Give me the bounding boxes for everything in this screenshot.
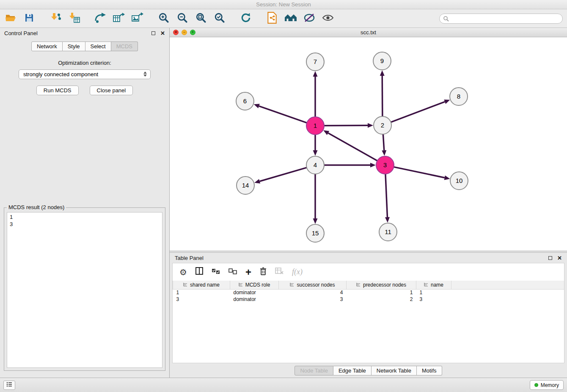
open-session-button[interactable]: [4, 12, 17, 25]
zoom-fit-button[interactable]: [195, 12, 207, 25]
graph-edge[interactable]: [254, 104, 307, 123]
network-canvas[interactable]: 7968124314101511: [170, 37, 567, 251]
column-header-mcds-role[interactable]: MCDS role: [230, 281, 279, 289]
cell-predecessor-nodes[interactable]: 2: [347, 296, 416, 303]
maximize-window-icon[interactable]: +: [190, 30, 195, 35]
cell-shared-name[interactable]: 3: [173, 296, 230, 303]
node-table: shared name MCDS role: [173, 281, 564, 303]
graph-node[interactable]: 7: [306, 53, 324, 71]
graph-edge[interactable]: [313, 135, 318, 156]
window-title: Session: New Session: [256, 1, 311, 8]
mcds-result-text[interactable]: 1 3: [7, 212, 162, 368]
tab-edge-table[interactable]: Edge Table: [333, 366, 372, 375]
gear-icon: ⚙: [179, 267, 187, 277]
table-row[interactable]: 3 dominator 3 2 3: [173, 296, 564, 303]
create-column-button[interactable]: +: [245, 267, 251, 277]
tab-mcds[interactable]: MCDS: [111, 41, 138, 51]
cell-predecessor-nodes[interactable]: 1: [347, 289, 416, 296]
window-titlebar[interactable]: Session: New Session: [0, 0, 567, 9]
tab-network-table[interactable]: Network Table: [372, 366, 417, 375]
graph-node[interactable]: 2: [374, 116, 391, 134]
eye-icon: [322, 14, 334, 23]
export-table-icon: [113, 12, 125, 25]
zoom-in-button[interactable]: [157, 12, 170, 25]
graph-edge[interactable]: [394, 167, 450, 180]
tab-motifs[interactable]: Motifs: [417, 366, 442, 375]
select-all-columns-button[interactable]: [212, 268, 220, 276]
graph-node[interactable]: 4: [306, 156, 324, 174]
cell-name[interactable]: 1: [416, 289, 451, 296]
zoom-out-button[interactable]: [176, 12, 189, 25]
search-input[interactable]: [439, 14, 563, 24]
close-window-icon[interactable]: ✕: [173, 30, 179, 35]
show-columns-button[interactable]: [195, 267, 203, 277]
optimization-criterion-select[interactable]: strongly connected component: [19, 69, 151, 79]
table-settings-button[interactable]: ⚙: [179, 267, 187, 277]
run-mcds-button[interactable]: Run MCDS: [36, 86, 79, 95]
close-panel-icon[interactable]: ✕: [160, 30, 165, 36]
delete-table-icon: [275, 268, 284, 276]
show-hide-button[interactable]: [322, 12, 334, 25]
deselect-all-columns-button[interactable]: [228, 268, 237, 276]
graph-edge[interactable]: [380, 70, 385, 116]
function-builder-button[interactable]: f(x): [292, 268, 303, 276]
import-network-button[interactable]: [49, 12, 62, 25]
graph-edge[interactable]: [324, 163, 376, 168]
graph-node[interactable]: 1: [306, 117, 324, 135]
cell-shared-name[interactable]: 1: [173, 289, 230, 296]
style-brush-button[interactable]: [303, 12, 316, 25]
cell-name[interactable]: 3: [416, 296, 451, 303]
cell-mcds-role[interactable]: dominator: [230, 289, 279, 296]
float-panel-icon[interactable]: [151, 31, 155, 35]
graph-edge[interactable]: [385, 174, 390, 223]
graph-node[interactable]: 14: [237, 177, 254, 194]
export-table-button[interactable]: [113, 12, 125, 25]
graph-node[interactable]: 8: [450, 88, 468, 105]
graph-node[interactable]: 15: [306, 224, 324, 242]
tab-select[interactable]: Select: [85, 41, 111, 51]
graph-node[interactable]: 9: [373, 52, 391, 70]
memory-button[interactable]: Memory: [530, 380, 564, 390]
zoom-selected-button[interactable]: [213, 12, 226, 25]
home-pages-button[interactable]: [284, 12, 297, 25]
cell-successor-nodes[interactable]: 3: [279, 296, 347, 303]
cell-successor-nodes[interactable]: 4: [279, 289, 347, 296]
graph-edge[interactable]: [313, 71, 318, 117]
export-image-button[interactable]: [131, 12, 144, 25]
open-in-cytoscape-button[interactable]: [266, 12, 278, 25]
tab-node-table[interactable]: Node Table: [295, 366, 333, 375]
import-network-icon: [50, 12, 61, 25]
graph-node[interactable]: 3: [376, 156, 394, 174]
tab-style[interactable]: Style: [63, 41, 85, 51]
close-panel-button[interactable]: Close panel: [90, 86, 133, 95]
graph-edge[interactable]: [254, 168, 307, 184]
graph-node[interactable]: 10: [450, 172, 468, 190]
network-view-titlebar[interactable]: scc.txt ✕ − +: [170, 28, 567, 37]
graph-node[interactable]: 6: [236, 92, 254, 110]
column-header-name[interactable]: name: [416, 281, 451, 289]
graph-node[interactable]: 11: [379, 223, 397, 241]
tab-network[interactable]: Network: [31, 41, 63, 51]
save-session-button[interactable]: [23, 12, 36, 25]
refresh-layout-button[interactable]: [239, 12, 252, 25]
main-toolbar: [0, 9, 567, 28]
task-history-button[interactable]: [3, 381, 15, 390]
column-header-successor-nodes[interactable]: successor nodes: [279, 281, 347, 289]
graph-edge[interactable]: [323, 130, 377, 161]
graph-edge[interactable]: [324, 123, 373, 128]
import-table-button[interactable]: [68, 12, 80, 25]
float-table-panel-icon[interactable]: [548, 256, 552, 260]
column-header-predecessor-nodes[interactable]: predecessor nodes: [347, 281, 416, 289]
delete-table-button[interactable]: [275, 268, 284, 276]
table-row[interactable]: 1 dominator 4 1 1: [173, 289, 564, 296]
new-network-button[interactable]: [94, 12, 107, 25]
graph-edge[interactable]: [391, 99, 450, 122]
delete-column-button[interactable]: [260, 267, 267, 277]
mcds-result-title: MCDS result (2 nodes): [7, 204, 66, 210]
minimize-window-icon[interactable]: −: [182, 30, 187, 35]
close-table-panel-icon[interactable]: ✕: [557, 255, 562, 261]
column-header-shared-name[interactable]: shared name: [173, 281, 230, 289]
cell-mcds-role[interactable]: dominator: [230, 296, 279, 303]
graph-edge[interactable]: [382, 134, 386, 156]
graph-edge[interactable]: [313, 174, 318, 224]
